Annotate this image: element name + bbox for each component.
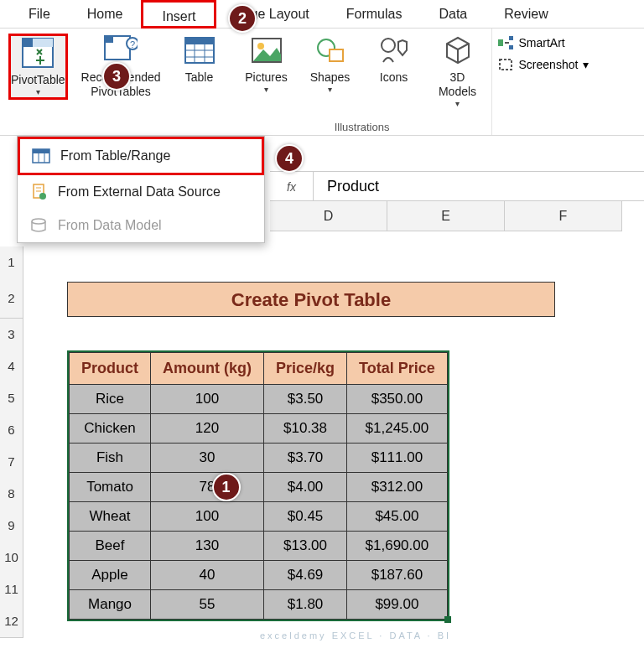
- row-11[interactable]: 11: [0, 573, 23, 606]
- table-range-icon: [32, 148, 50, 164]
- row-1[interactable]: 1: [0, 246, 23, 279]
- tab-home[interactable]: Home: [69, 0, 142, 29]
- from-data-model-item: From Data Model: [18, 209, 264, 242]
- tab-review[interactable]: Review: [486, 0, 566, 29]
- svg-rect-1: [23, 39, 33, 47]
- svg-point-17: [382, 39, 395, 52]
- screenshot-icon: [497, 57, 514, 72]
- th-product: Product: [70, 353, 151, 385]
- tab-file[interactable]: File: [10, 0, 69, 29]
- pivot-table-button[interactable]: PivotTable ▾: [8, 34, 68, 100]
- 3d-models-button[interactable]: 3D Models ▾: [433, 34, 483, 109]
- chevron-down-icon: ▾: [328, 85, 332, 95]
- callout-badge-4: 4: [275, 144, 304, 173]
- shapes-icon: [314, 34, 347, 67]
- svg-rect-2: [33, 39, 53, 47]
- smartart-group: SmartArt Screenshot ▾: [492, 29, 595, 135]
- table-button[interactable]: Table: [174, 34, 225, 100]
- screenshot-label: Screenshot: [519, 58, 579, 71]
- tab-formulas[interactable]: Formulas: [328, 0, 421, 29]
- table-row[interactable]: Fish30$3.70$111.00: [70, 444, 448, 473]
- watermark: exceldemy EXCEL · DATA · BI: [260, 630, 451, 641]
- svg-point-28: [32, 219, 45, 224]
- table-row[interactable]: Apple40$4.69$187.60: [70, 561, 448, 590]
- table-icon: [183, 34, 216, 67]
- from-table-range-label: From Table/Range: [60, 148, 170, 163]
- table-label: Table: [185, 70, 213, 85]
- table-row[interactable]: Rice100$3.50$350.00: [70, 385, 448, 414]
- col-F[interactable]: F: [505, 201, 622, 231]
- selection-handle[interactable]: [444, 616, 451, 623]
- th-amount: Amount (kg): [151, 353, 264, 385]
- from-external-label: From External Data Source: [58, 184, 221, 200]
- row-4[interactable]: 4: [0, 350, 23, 383]
- pictures-icon: [250, 34, 283, 67]
- icons-button[interactable]: Icons: [369, 34, 419, 109]
- col-E[interactable]: E: [387, 201, 505, 231]
- from-table-range-item[interactable]: From Table/Range: [18, 137, 264, 175]
- row-12[interactable]: 12: [0, 605, 23, 638]
- shapes-label: Shapes: [310, 70, 350, 85]
- svg-rect-23: [33, 149, 49, 153]
- th-total: Total Price: [347, 353, 448, 385]
- pivot-table-label: PivotTable: [11, 73, 65, 87]
- svg-point-14: [257, 43, 264, 49]
- callout-badge-3: 3: [102, 62, 131, 91]
- table-row[interactable]: Mango55$1.80$99.00: [70, 590, 448, 620]
- smartart-button[interactable]: SmartArt: [497, 35, 589, 50]
- data-model-icon: [29, 217, 48, 234]
- svg-rect-21: [500, 60, 512, 70]
- table-row[interactable]: Beef130$13.00$1,690.00: [70, 532, 448, 561]
- callout-badge-1: 1: [212, 473, 241, 501]
- table-row[interactable]: Chicken120$10.38$1,245.00: [70, 414, 448, 444]
- svg-rect-4: [105, 36, 113, 43]
- svg-rect-20: [509, 45, 513, 49]
- screenshot-button[interactable]: Screenshot ▾: [497, 57, 589, 72]
- illustrations-group-label: Illustrations: [335, 117, 390, 133]
- chevron-down-icon: ▾: [583, 58, 589, 71]
- data-table[interactable]: Product Amount (kg) Price/kg Total Price…: [67, 350, 449, 621]
- table-row[interactable]: Wheat100$0.45$45.00: [70, 502, 448, 532]
- row-9[interactable]: 9: [0, 510, 23, 542]
- shapes-button[interactable]: Shapes ▾: [305, 34, 356, 109]
- icons-label: Icons: [380, 70, 408, 85]
- row-6[interactable]: 6: [0, 414, 23, 447]
- tab-data[interactable]: Data: [420, 0, 486, 29]
- pivot-table-icon: [21, 36, 55, 70]
- row-10[interactable]: 10: [0, 542, 23, 574]
- tab-insert[interactable]: Insert: [141, 0, 216, 29]
- column-headers: D E F: [270, 201, 644, 231]
- svg-rect-19: [509, 36, 513, 40]
- pictures-label: Pictures: [245, 70, 288, 85]
- pictures-button[interactable]: Pictures ▾: [242, 34, 292, 109]
- row-2[interactable]: 2: [0, 278, 23, 319]
- from-data-model-label: From Data Model: [58, 218, 162, 233]
- ribbon-tabs: File Home Insert ge Layout Formulas Data…: [0, 0, 644, 29]
- 3d-models-label: 3D Models: [439, 70, 476, 99]
- formula-value[interactable]: Product: [314, 178, 379, 195]
- svg-rect-18: [498, 39, 503, 46]
- col-D[interactable]: D: [270, 201, 387, 231]
- table-header-row: Product Amount (kg) Price/kg Total Price: [70, 353, 448, 385]
- smartart-icon: [497, 35, 514, 50]
- formula-bar: fx Product: [270, 171, 644, 201]
- table-row[interactable]: Tomato78$4.00$312.00: [70, 473, 448, 502]
- svg-rect-16: [330, 49, 343, 61]
- fx-icon[interactable]: fx: [270, 172, 314, 200]
- row-3[interactable]: 3: [0, 319, 23, 351]
- svg-point-27: [39, 193, 46, 200]
- pivot-dropdown: From Table/Range From External Data Sour…: [17, 136, 265, 243]
- row-8[interactable]: 8: [0, 478, 23, 511]
- svg-text:?: ?: [130, 39, 135, 49]
- row-7[interactable]: 7: [0, 446, 23, 479]
- smartart-label: SmartArt: [519, 36, 565, 49]
- row-5[interactable]: 5: [0, 382, 23, 415]
- external-source-icon: [29, 184, 48, 200]
- icons-icon: [377, 34, 411, 67]
- chevron-down-icon: ▾: [455, 99, 460, 109]
- sheet-title: Create Pivot Table: [67, 282, 555, 317]
- chevron-down-icon: ▾: [36, 87, 40, 97]
- from-external-item[interactable]: From External Data Source: [18, 175, 264, 209]
- svg-rect-8: [185, 38, 214, 44]
- ribbon-body: PivotTable ▾ ? Recommended PivotTables T…: [0, 29, 644, 136]
